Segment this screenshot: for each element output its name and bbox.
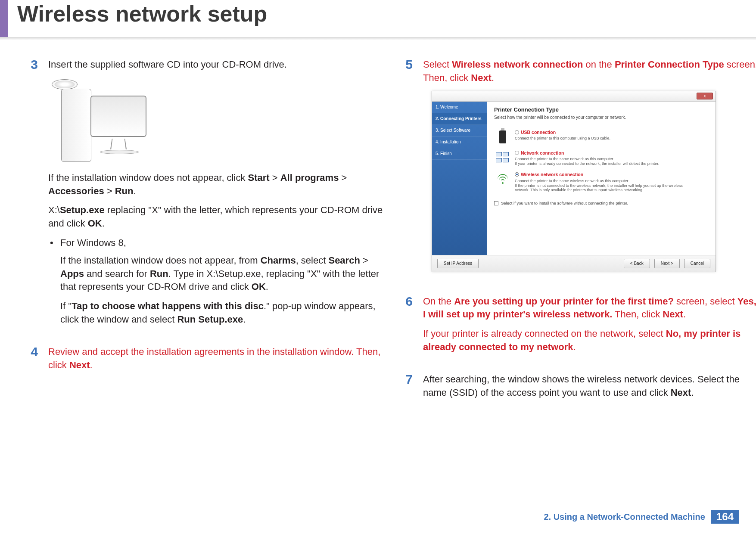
kw-next: Next [69, 360, 90, 370]
step-7-text: After searching, the window shows the wi… [423, 373, 756, 400]
opt-wifi-title: Wireless network connection [521, 171, 583, 178]
wizard-step-finish: 5. Finish [432, 148, 487, 160]
opt-net-desc: Connect the printer to the same network … [515, 157, 659, 166]
step-3-start-run: If the installation window does not appe… [48, 171, 383, 198]
wizard-footer: Set IP Address < Back Next > Cancel [432, 255, 716, 272]
radio-network[interactable] [515, 151, 519, 155]
step-number-3: 3 [26, 58, 38, 332]
checkbox-label: Select if you want to install the softwa… [501, 200, 628, 206]
txt: and search for [84, 268, 150, 279]
install-without-connect-row[interactable]: Select if you want to install the softwa… [494, 200, 709, 206]
step-7: 7 After searching, the window shows the … [401, 373, 756, 406]
page-footer: 2. Using a Network-Connected Machine 164 [544, 510, 739, 524]
kw-start: Start [248, 172, 270, 183]
step-4: 4 Review and accept the installation agr… [26, 345, 383, 378]
page-title: Wireless network setup [17, 1, 267, 27]
txt: . [683, 309, 686, 320]
set-ip-button[interactable]: Set IP Address [437, 259, 479, 268]
wizard-sidebar: 1. Welcome 2. Connecting Printers 3. Sel… [432, 102, 487, 255]
txt: . [102, 218, 105, 229]
txt: on the [583, 59, 614, 70]
header-accent-band [0, 0, 8, 37]
radio-usb[interactable] [515, 130, 519, 134]
cancel-button[interactable]: Cancel [684, 259, 710, 268]
step-3-body: Insert the supplied software CD into you… [48, 58, 383, 332]
kw-setup-exe: Setup.exe [60, 205, 105, 215]
kw-all-programs: All programs [280, 172, 339, 183]
monitor-stand-icon [110, 139, 127, 149]
left-column: 3 Insert the supplied software CD into y… [26, 58, 383, 391]
txt: For Windows 8, [60, 237, 126, 248]
txt: . [573, 342, 576, 352]
txt: Select [423, 59, 452, 70]
opt-wifi-desc: Connect the printer to the same wireless… [515, 179, 696, 192]
back-button[interactable]: < Back [624, 259, 650, 268]
wizard-main: Printer Connection Type Select how the p… [487, 102, 716, 255]
kw-search: Search [328, 255, 360, 266]
txt: If your printer is already connected on … [423, 328, 666, 339]
header-rule [0, 37, 756, 40]
step-3-line1: Insert the supplied software CD into you… [48, 58, 383, 71]
step-5-body: Select Wireless network connection on th… [423, 58, 756, 282]
kw-ok: OK [88, 218, 102, 229]
kw-ok: OK [252, 281, 266, 292]
txt: On the [423, 296, 454, 307]
txt: If the installation window does not appe… [60, 255, 261, 266]
step-6: 6 On the Are you setting up your printer… [401, 295, 756, 360]
txt: . [134, 186, 136, 196]
step-number-5: 5 [401, 58, 413, 282]
checkbox-install-without-connect[interactable] [494, 201, 498, 205]
kw-next: Next [663, 309, 683, 320]
step-3-win8-bullet: For Windows 8, If the installation windo… [48, 236, 383, 326]
radio-wireless[interactable] [515, 172, 519, 177]
wizard-titlebar: x [432, 91, 716, 102]
kw-run: Run [115, 186, 134, 196]
txt: , select [296, 255, 329, 266]
step-7-body: After searching, the window shows the wi… [423, 373, 756, 406]
monitor-icon [90, 96, 146, 137]
sep: > [339, 172, 347, 183]
cd-rom-illustration [48, 78, 139, 164]
wifi-icon [495, 171, 510, 187]
sep: > [270, 172, 280, 183]
kw-first-time-q: Are you setting up your printer for the … [454, 296, 674, 307]
step-6-body: On the Are you setting up your printer f… [423, 295, 756, 360]
txt: . [492, 72, 494, 83]
cd-disc-icon [52, 79, 78, 90]
wizard-step-installation: 4. Installation [432, 137, 487, 148]
txt: . [90, 360, 93, 370]
kw-next: Next [671, 387, 691, 398]
step-6-already-connected: If your printer is already connected on … [423, 327, 756, 354]
option-usb[interactable]: USB connection Connect the printer to th… [494, 127, 709, 147]
kw-run: Run [150, 268, 168, 279]
txt: X:\ [48, 205, 60, 215]
txt: If " [60, 301, 72, 311]
txt: If the installation window does not appe… [48, 172, 248, 183]
next-button[interactable]: Next > [654, 259, 680, 268]
kw-accessories: Accessories [48, 186, 104, 196]
step-number-6: 6 [401, 295, 413, 360]
txt: . [243, 314, 246, 325]
kw-next: Next [471, 72, 492, 83]
option-wireless[interactable]: Wireless network connection Connect the … [494, 169, 709, 195]
step-number-7: 7 [401, 373, 413, 406]
close-button[interactable]: x [697, 93, 713, 99]
txt: screen, select [674, 296, 737, 307]
step-number-4: 4 [26, 345, 38, 378]
sep: > [104, 186, 115, 196]
kw-tap-disc: Tap to choose what happens with this dis… [72, 301, 264, 311]
wizard-heading: Printer Connection Type [494, 106, 709, 114]
wizard-step-welcome: 1. Welcome [432, 102, 487, 113]
step-3: 3 Insert the supplied software CD into y… [26, 58, 383, 332]
opt-usb-desc: Connect the printer to this computer usi… [515, 136, 610, 141]
step-4-text: Review and accept the installation agree… [48, 345, 383, 372]
footer-chapter: 2. Using a Network-Connected Machine [544, 512, 705, 522]
opt-usb-title: USB connection [521, 129, 556, 136]
option-network[interactable]: Network connection Connect the printer t… [494, 147, 709, 169]
wizard-step-connecting: 2. Connecting Printers [432, 113, 487, 125]
step-5-text: Select Wireless network connection on th… [423, 58, 756, 85]
txt: Review and accept the installation agree… [48, 346, 380, 370]
opt-net-title: Network connection [521, 150, 564, 156]
kw-run-setup: Run Setup.exe [177, 314, 243, 325]
usb-icon [495, 129, 510, 145]
